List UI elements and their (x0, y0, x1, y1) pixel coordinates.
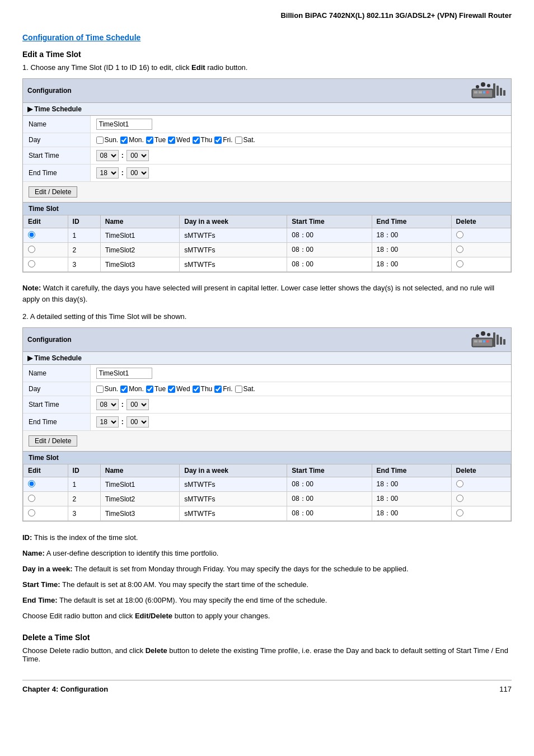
day-sun-1[interactable]: Sun. (96, 136, 119, 144)
day2-fri[interactable]: Fri. (214, 385, 232, 393)
step2-text: 2. A detailed setting of this Time Slot … (22, 312, 512, 321)
day2-sun[interactable]: Sun. (96, 385, 119, 393)
start-hour-select-1[interactable]: 08 (96, 150, 119, 161)
desc-name-label: Name: (22, 549, 45, 557)
form2-row-start: Start Time 08 : 00 (23, 396, 511, 414)
panel1-header-left: Configuration (27, 87, 72, 95)
day-mon-1[interactable]: Mon. (120, 136, 144, 144)
panel1-time-schedule-label: ▶ Time Schedule (27, 105, 82, 113)
svg-rect-6 (493, 83, 495, 98)
end-hour-select-2[interactable]: 18 (96, 416, 119, 428)
desc-end-text: The default is set at 18:00 (6:00PM). Yo… (58, 596, 327, 604)
svg-rect-9 (503, 90, 505, 96)
delete-radio-2[interactable] (451, 243, 510, 257)
col2-name: Name (100, 464, 180, 477)
desc-name: Name: A user-define description to ident… (22, 547, 512, 560)
col2-day: Day in a week (180, 464, 287, 477)
day2-thu[interactable]: Thu (193, 385, 213, 393)
row2-3-end: 18：00 (372, 506, 451, 521)
edit-delete-button-2[interactable]: Edit / Delete (29, 435, 77, 447)
end-min-select-2[interactable]: 00 (127, 416, 149, 428)
desc-start: Start Time: The default is set at 8:00 A… (22, 579, 512, 591)
day2-mon[interactable]: Mon. (120, 385, 144, 393)
delete-instruction: Choose Delete radio button, and click De… (22, 646, 512, 663)
form-row-start: Start Time 08 : 00 (23, 147, 511, 165)
edit-radio-1[interactable] (24, 228, 68, 243)
start-min-select-1[interactable]: 00 (127, 150, 149, 161)
svg-point-10 (476, 85, 479, 88)
table-row: 2 TimeSlot2 sMTWTFs 08：00 18：00 (24, 492, 511, 506)
form-row-name: Name (23, 116, 511, 133)
panel2-time-schedule: ▶ Time Schedule (23, 352, 511, 365)
day-tue-1[interactable]: Tue (146, 136, 166, 144)
col2-delete: Delete (451, 464, 510, 477)
table-row: 2 TimeSlot2 sMTWTFs 08：00 18：00 (24, 243, 511, 257)
delete2-radio-1[interactable] (451, 477, 510, 492)
edit-radio-2[interactable] (24, 243, 68, 257)
note-box: Note: Watch it carefully, the days you h… (22, 283, 512, 304)
row2-3-start: 08：00 (287, 506, 372, 521)
delete-radio-3[interactable] (451, 257, 510, 272)
note-label: Note: (22, 284, 41, 292)
svg-point-24 (481, 331, 485, 336)
name-input-2[interactable] (96, 368, 152, 379)
svg-point-25 (487, 333, 490, 336)
edit2-radio-1[interactable] (24, 477, 68, 492)
panel1-header: Configuration (23, 79, 511, 103)
page-header: Billion BiPAC 7402NX(L) 802.11n 3G/ADSL2… (22, 11, 512, 23)
name-input-1[interactable] (96, 119, 152, 130)
svg-rect-20 (496, 335, 499, 345)
delete2-radio-3[interactable] (451, 506, 510, 521)
start-hour-select-2[interactable]: 08 (96, 399, 119, 410)
row3-id: 3 (68, 257, 100, 272)
day2-tue[interactable]: Tue (146, 385, 166, 393)
footer-page: 117 (499, 685, 512, 693)
name2-label: Name (23, 365, 90, 382)
delete2-radio-2[interactable] (451, 492, 510, 506)
row1-name: TimeSlot1 (100, 228, 180, 243)
panel2-header-left: Configuration (27, 336, 72, 344)
start2-time-label: Start Time (23, 396, 90, 414)
start-colon-2: : (121, 401, 124, 408)
end-min-select-1[interactable]: 00 (127, 167, 149, 179)
row2-2-id: 2 (68, 492, 100, 506)
day-fri-1[interactable]: Fri. (214, 136, 232, 144)
footer-chapter: Chapter 4: Configuration (22, 685, 108, 693)
svg-point-12 (487, 84, 490, 87)
form2-row-end: End Time 18 : 00 (23, 414, 511, 431)
edit-delete-button-1[interactable]: Edit / Delete (29, 186, 77, 198)
svg-rect-7 (496, 86, 499, 96)
delete-radio-1[interactable] (451, 228, 510, 243)
panel2-header-label: Configuration (27, 336, 72, 344)
end2-time-label: End Time (23, 414, 90, 431)
svg-rect-21 (500, 337, 502, 345)
edit-radio-3[interactable] (24, 257, 68, 272)
day-thu-1[interactable]: Thu (193, 136, 213, 144)
end-colon-2: : (121, 418, 124, 426)
day-label: Day (23, 133, 90, 147)
day2-sat[interactable]: Sat. (235, 385, 255, 393)
edit2-radio-2[interactable] (24, 492, 68, 506)
config-panel-2: Configuration ▶ Time Schedule (22, 327, 512, 522)
delete-slot-section: Delete a Time Slot Choose Delete radio b… (22, 633, 512, 663)
day-sat-1[interactable]: Sat. (235, 136, 255, 144)
desc-apply-end: button to apply your changes. (172, 612, 270, 620)
edit2-radio-3[interactable] (24, 506, 68, 521)
day2-wed[interactable]: Wed (168, 385, 190, 393)
row3-end: 18：00 (372, 257, 451, 272)
end-hour-select-1[interactable]: 18 (96, 167, 119, 179)
row3-name: TimeSlot3 (100, 257, 180, 272)
svg-rect-4 (483, 91, 485, 93)
row2-name: TimeSlot2 (100, 243, 180, 257)
col-start: Start Time (287, 215, 372, 228)
delete-subsection-title: Delete a Time Slot (22, 633, 512, 642)
day-wed-1[interactable]: Wed (168, 136, 190, 144)
start-min-select-2[interactable]: 00 (127, 399, 149, 410)
svg-rect-18 (486, 340, 489, 342)
svg-rect-15 (474, 340, 477, 342)
panel2-form-table: Name Day Sun. Mon. Tue Wed Thu Fri. Sat. (23, 365, 511, 430)
day2-label: Day (23, 382, 90, 396)
desc-apply-bold: Edit/Delete (135, 612, 172, 620)
panel2-time-slot-header: Time Slot (23, 451, 511, 464)
desc-end-label: End Time: (22, 596, 58, 604)
